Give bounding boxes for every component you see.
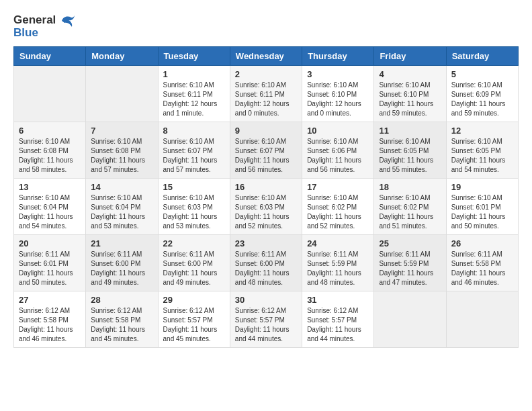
day-number: 2 <box>235 69 297 79</box>
day-info: Sunrise: 6:10 AM Sunset: 6:08 PM Dayligh… <box>19 137 81 175</box>
calendar-cell: 6Sunrise: 6:10 AM Sunset: 6:08 PM Daylig… <box>14 122 86 178</box>
calendar-cell: 26Sunrise: 6:11 AM Sunset: 5:58 PM Dayli… <box>446 234 518 291</box>
calendar-cell: 22Sunrise: 6:11 AM Sunset: 6:00 PM Dayli… <box>158 234 230 291</box>
day-number: 15 <box>163 182 225 192</box>
day-number: 3 <box>307 69 369 79</box>
day-number: 28 <box>91 295 152 305</box>
calendar-cell: 25Sunrise: 6:11 AM Sunset: 5:59 PM Dayli… <box>374 234 446 291</box>
day-number: 12 <box>451 126 513 136</box>
logo-bird-icon <box>60 14 75 28</box>
day-info: Sunrise: 6:11 AM Sunset: 5:58 PM Dayligh… <box>451 250 513 287</box>
calendar-cell: 2Sunrise: 6:10 AM Sunset: 6:11 PM Daylig… <box>230 65 302 122</box>
calendar-cell: 20Sunrise: 6:11 AM Sunset: 6:01 PM Dayli… <box>14 234 86 291</box>
day-number: 22 <box>163 238 225 248</box>
page-header: General Blue <box>13 13 519 40</box>
day-number: 25 <box>379 238 441 248</box>
day-info: Sunrise: 6:10 AM Sunset: 6:06 PM Dayligh… <box>307 137 369 175</box>
day-number: 4 <box>379 69 441 79</box>
day-info: Sunrise: 6:10 AM Sunset: 6:03 PM Dayligh… <box>235 193 297 231</box>
day-number: 1 <box>163 69 225 79</box>
weekday-header-saturday: Saturday <box>446 46 518 65</box>
day-number: 10 <box>307 126 369 136</box>
day-info: Sunrise: 6:12 AM Sunset: 5:57 PM Dayligh… <box>163 306 225 344</box>
day-info: Sunrise: 6:11 AM Sunset: 5:59 PM Dayligh… <box>379 250 441 287</box>
calendar-cell: 17Sunrise: 6:10 AM Sunset: 6:02 PM Dayli… <box>302 178 374 234</box>
weekday-header-sunday: Sunday <box>14 46 86 65</box>
day-number: 17 <box>307 182 369 192</box>
calendar-cell: 3Sunrise: 6:10 AM Sunset: 6:10 PM Daylig… <box>302 65 374 122</box>
logo-blue-text: Blue <box>13 26 75 40</box>
day-info: Sunrise: 6:10 AM Sunset: 6:07 PM Dayligh… <box>235 137 297 175</box>
calendar-cell: 29Sunrise: 6:12 AM Sunset: 5:57 PM Dayli… <box>158 291 230 347</box>
day-number: 23 <box>235 238 297 248</box>
day-number: 19 <box>451 182 513 192</box>
day-number: 24 <box>307 238 369 248</box>
day-info: Sunrise: 6:10 AM Sunset: 6:04 PM Dayligh… <box>19 193 81 231</box>
day-info: Sunrise: 6:10 AM Sunset: 6:03 PM Dayligh… <box>163 193 225 231</box>
day-info: Sunrise: 6:12 AM Sunset: 5:58 PM Dayligh… <box>19 306 81 344</box>
day-number: 20 <box>19 238 81 248</box>
day-number: 26 <box>451 238 513 248</box>
calendar-week-row: 13Sunrise: 6:10 AM Sunset: 6:04 PM Dayli… <box>14 178 519 234</box>
weekday-header-friday: Friday <box>374 46 446 65</box>
calendar-week-row: 27Sunrise: 6:12 AM Sunset: 5:58 PM Dayli… <box>14 291 519 347</box>
day-number: 27 <box>19 295 81 305</box>
day-number: 30 <box>235 295 297 305</box>
calendar-cell: 23Sunrise: 6:11 AM Sunset: 6:00 PM Dayli… <box>230 234 302 291</box>
day-info: Sunrise: 6:10 AM Sunset: 6:08 PM Dayligh… <box>91 137 152 175</box>
day-info: Sunrise: 6:10 AM Sunset: 6:11 PM Dayligh… <box>235 81 297 118</box>
calendar-cell: 4Sunrise: 6:10 AM Sunset: 6:10 PM Daylig… <box>374 65 446 122</box>
day-info: Sunrise: 6:10 AM Sunset: 6:02 PM Dayligh… <box>379 193 441 231</box>
calendar-cell <box>14 65 86 122</box>
day-info: Sunrise: 6:11 AM Sunset: 6:00 PM Dayligh… <box>235 250 297 287</box>
day-info: Sunrise: 6:11 AM Sunset: 6:00 PM Dayligh… <box>91 250 152 287</box>
calendar-cell <box>374 291 446 347</box>
day-info: Sunrise: 6:10 AM Sunset: 6:11 PM Dayligh… <box>163 81 225 118</box>
day-number: 13 <box>19 182 81 192</box>
day-info: Sunrise: 6:10 AM Sunset: 6:07 PM Dayligh… <box>163 137 225 175</box>
day-number: 9 <box>235 126 297 136</box>
day-number: 18 <box>379 182 441 192</box>
weekday-header-monday: Monday <box>86 46 158 65</box>
calendar-cell: 16Sunrise: 6:10 AM Sunset: 6:03 PM Dayli… <box>230 178 302 234</box>
calendar-cell <box>446 291 518 347</box>
calendar-cell: 9Sunrise: 6:10 AM Sunset: 6:07 PM Daylig… <box>230 122 302 178</box>
day-info: Sunrise: 6:11 AM Sunset: 5:59 PM Dayligh… <box>307 250 369 287</box>
calendar-cell: 14Sunrise: 6:10 AM Sunset: 6:04 PM Dayli… <box>86 178 158 234</box>
day-info: Sunrise: 6:10 AM Sunset: 6:01 PM Dayligh… <box>451 193 513 231</box>
calendar-cell: 12Sunrise: 6:10 AM Sunset: 6:05 PM Dayli… <box>446 122 518 178</box>
day-number: 29 <box>163 295 225 305</box>
weekday-header-thursday: Thursday <box>302 46 374 65</box>
day-info: Sunrise: 6:10 AM Sunset: 6:10 PM Dayligh… <box>307 81 369 118</box>
day-info: Sunrise: 6:10 AM Sunset: 6:05 PM Dayligh… <box>379 137 441 175</box>
day-number: 11 <box>379 126 441 136</box>
calendar-cell: 8Sunrise: 6:10 AM Sunset: 6:07 PM Daylig… <box>158 122 230 178</box>
calendar-cell: 18Sunrise: 6:10 AM Sunset: 6:02 PM Dayli… <box>374 178 446 234</box>
calendar-cell: 30Sunrise: 6:12 AM Sunset: 5:57 PM Dayli… <box>230 291 302 347</box>
calendar-cell: 7Sunrise: 6:10 AM Sunset: 6:08 PM Daylig… <box>86 122 158 178</box>
calendar-cell: 28Sunrise: 6:12 AM Sunset: 5:58 PM Dayli… <box>86 291 158 347</box>
day-number: 5 <box>451 69 513 79</box>
day-number: 7 <box>91 126 152 136</box>
logo: General Blue <box>13 13 75 40</box>
day-number: 6 <box>19 126 81 136</box>
day-info: Sunrise: 6:12 AM Sunset: 5:57 PM Dayligh… <box>235 306 297 344</box>
calendar-cell <box>86 65 158 122</box>
calendar-header-row: SundayMondayTuesdayWednesdayThursdayFrid… <box>14 46 519 65</box>
day-info: Sunrise: 6:11 AM Sunset: 6:01 PM Dayligh… <box>19 250 81 287</box>
day-info: Sunrise: 6:10 AM Sunset: 6:09 PM Dayligh… <box>451 81 513 118</box>
calendar-cell: 1Sunrise: 6:10 AM Sunset: 6:11 PM Daylig… <box>158 65 230 122</box>
day-info: Sunrise: 6:10 AM Sunset: 6:04 PM Dayligh… <box>91 193 152 231</box>
calendar-cell: 5Sunrise: 6:10 AM Sunset: 6:09 PM Daylig… <box>446 65 518 122</box>
day-number: 8 <box>163 126 225 136</box>
day-info: Sunrise: 6:10 AM Sunset: 6:10 PM Dayligh… <box>379 81 441 118</box>
calendar-cell: 21Sunrise: 6:11 AM Sunset: 6:00 PM Dayli… <box>86 234 158 291</box>
day-info: Sunrise: 6:12 AM Sunset: 5:57 PM Dayligh… <box>307 306 369 344</box>
day-number: 16 <box>235 182 297 192</box>
calendar-cell: 11Sunrise: 6:10 AM Sunset: 6:05 PM Dayli… <box>374 122 446 178</box>
day-number: 14 <box>91 182 152 192</box>
calendar-table: SundayMondayTuesdayWednesdayThursdayFrid… <box>13 46 519 348</box>
calendar-cell: 27Sunrise: 6:12 AM Sunset: 5:58 PM Dayli… <box>14 291 86 347</box>
weekday-header-tuesday: Tuesday <box>158 46 230 65</box>
calendar-cell: 24Sunrise: 6:11 AM Sunset: 5:59 PM Dayli… <box>302 234 374 291</box>
